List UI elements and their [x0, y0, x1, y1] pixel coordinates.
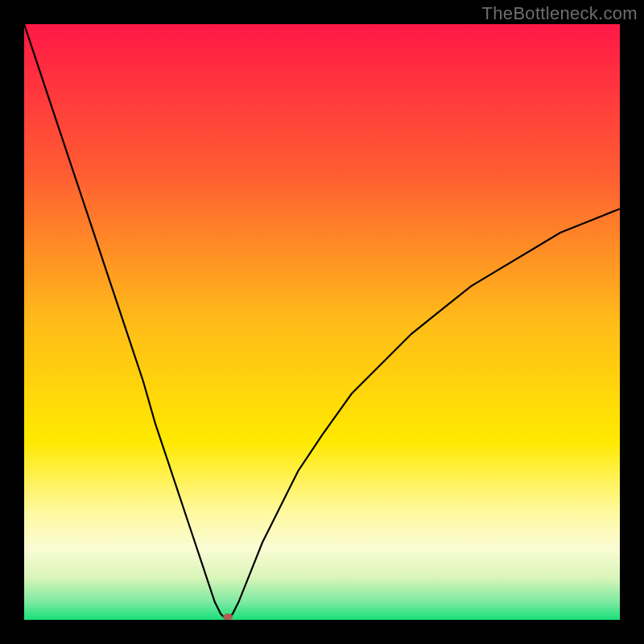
watermark-text: TheBottleneck.com — [482, 3, 638, 24]
chart-frame: TheBottleneck.com — [0, 0, 644, 644]
plot-area — [24, 24, 620, 620]
chart-svg — [24, 24, 620, 620]
minimum-marker — [223, 613, 233, 620]
gradient-background — [24, 24, 620, 620]
